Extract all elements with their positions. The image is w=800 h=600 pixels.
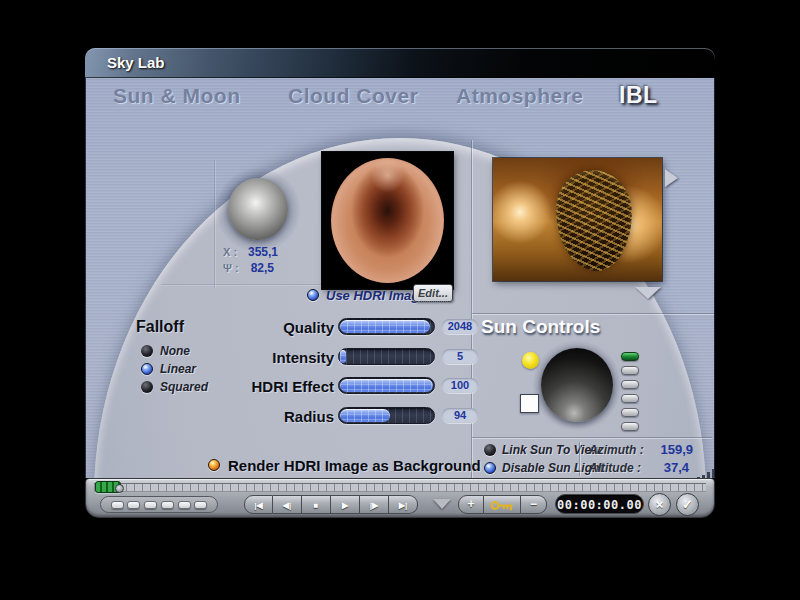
link-sun-radio[interactable] (484, 444, 496, 456)
memory-dot-button[interactable] (194, 501, 207, 509)
go-to-end-button[interactable]: ▶| (389, 495, 418, 514)
memory-dot-button[interactable] (144, 501, 157, 509)
key-button[interactable] (484, 495, 521, 514)
hdri-effect-slider-row: HDRI Effect 100 (204, 377, 479, 395)
use-hdri-label: Use HDRI Image (326, 288, 426, 303)
hdri-probe-sphere (331, 158, 444, 283)
hdri-effect-slider[interactable] (338, 377, 435, 394)
quality-label: Quality (204, 319, 334, 336)
sun-led[interactable] (621, 408, 639, 417)
edit-hdri-button[interactable]: Edit... (413, 284, 453, 302)
memory-dot-button[interactable] (161, 501, 174, 509)
quality-value: 2048 (442, 319, 478, 334)
previous-frame-button[interactable]: ◀| (273, 495, 302, 514)
timeline-ruler[interactable] (94, 483, 706, 492)
render-preview[interactable] (493, 158, 662, 281)
hdri-effect-value: 100 (442, 378, 478, 393)
main-panel: Sun & Moon Cloud Cover Atmosphere IBL X … (85, 78, 715, 478)
tab-ibl[interactable]: IBL (619, 82, 658, 109)
window-title: Sky Lab (107, 48, 165, 78)
tab-cloud-cover[interactable]: Cloud Cover (288, 84, 418, 108)
falloff-squared-label: Squared (160, 380, 208, 394)
radius-value: 94 (442, 408, 478, 423)
ambient-color-swatch[interactable] (520, 394, 539, 413)
resize-grip-icon[interactable] (687, 468, 715, 478)
title-bar[interactable]: Sky Lab (85, 48, 715, 78)
divider-azimuth (579, 442, 580, 476)
sun-led[interactable] (621, 380, 639, 389)
memory-dot-group (100, 496, 218, 513)
sun-controls-title: Sun Controls (481, 316, 600, 338)
falloff-none-radio[interactable] (141, 345, 153, 357)
intensity-slider-row: Intensity 5 (204, 348, 479, 366)
memory-dot-button[interactable] (111, 501, 124, 509)
key-icon (490, 500, 514, 511)
intensity-slider[interactable] (338, 348, 435, 365)
radius-slider[interactable] (338, 407, 435, 424)
delete-keyframe-button[interactable]: − (521, 495, 547, 514)
quality-slider[interactable] (338, 318, 435, 335)
falloff-linear-label: Linear (160, 362, 196, 376)
disable-sun-radio[interactable] (484, 462, 496, 474)
timeline-scrubber[interactable] (95, 481, 121, 493)
go-to-start-button[interactable]: |◀ (244, 495, 273, 514)
hdri-effect-slider-fill (340, 379, 433, 392)
sun-led[interactable] (621, 394, 639, 403)
x-rotation-label: X : (223, 246, 237, 258)
azimuth-value: 159,9 (647, 442, 693, 457)
sky-lab-window: Sky Lab Sun & Moon Cloud Cover Atmospher… (85, 48, 715, 518)
keyframe-button-group: + − (458, 495, 547, 514)
divider-main-vertical (471, 140, 472, 478)
play-button[interactable]: ▶ (331, 495, 360, 514)
sun-position-trackball[interactable] (541, 348, 613, 422)
render-background-radio[interactable] (208, 459, 220, 471)
animation-transport-bar: |◀ ◀| ■ ▶ |▶ ▶| + − 00:00:00.00 × ✓ (85, 478, 715, 518)
preview-expand-arrow[interactable] (635, 287, 661, 299)
memory-dot-button[interactable] (127, 501, 140, 509)
transport-options-arrow[interactable] (433, 499, 451, 509)
use-hdri-radio[interactable] (307, 289, 319, 301)
altitude-value: 37,4 (643, 460, 689, 475)
sun-led[interactable] (621, 422, 639, 431)
azimuth-label: Azimuth : (589, 443, 644, 457)
altitude-label: Altitude : (589, 461, 641, 475)
cancel-button[interactable]: × (648, 493, 671, 516)
preview-next-arrow[interactable] (665, 169, 678, 187)
stop-button[interactable]: ■ (302, 495, 331, 514)
tab-atmosphere[interactable]: Atmosphere (456, 84, 584, 108)
link-sun-label: Link Sun To View (502, 443, 600, 457)
intensity-value: 5 (442, 349, 478, 364)
hdri-orientation-trackball[interactable] (228, 178, 288, 240)
quality-slider-fill (340, 320, 430, 333)
y-rotation-value: 82,5 (234, 261, 274, 275)
confirm-button[interactable]: ✓ (676, 493, 699, 516)
add-keyframe-button[interactable]: + (458, 495, 484, 514)
divider (214, 160, 215, 288)
divider-sun-bottom (472, 437, 712, 438)
divider-sun-top (472, 313, 714, 314)
falloff-none-label: None (160, 344, 190, 358)
render-background-label: Render HDRI Image as Background (228, 457, 481, 474)
preview-object (556, 170, 632, 271)
hdri-probe-thumbnail[interactable] (322, 152, 453, 289)
x-rotation-value: 355,1 (238, 245, 278, 259)
timecode-display: 00:00:00.00 (555, 494, 644, 514)
falloff-linear-radio[interactable] (141, 363, 153, 375)
radius-slider-row: Radius 94 (204, 407, 479, 425)
memory-dot-button[interactable] (178, 501, 191, 509)
next-frame-button[interactable]: |▶ (360, 495, 389, 514)
radius-label: Radius (204, 408, 334, 425)
playback-button-group: |◀ ◀| ■ ▶ |▶ ▶| (244, 495, 418, 514)
sun-led-active[interactable] (621, 352, 639, 361)
falloff-title: Falloff (136, 318, 184, 336)
hdri-effect-label: HDRI Effect (204, 378, 334, 395)
quality-slider-row: Quality 2048 (204, 318, 479, 336)
divider (161, 284, 321, 285)
intensity-label: Intensity (204, 349, 334, 366)
sun-led[interactable] (621, 366, 639, 375)
intensity-slider-fill (340, 350, 346, 363)
falloff-squared-radio[interactable] (141, 381, 153, 393)
tab-sun-moon[interactable]: Sun & Moon (113, 84, 240, 108)
radius-slider-fill (340, 409, 390, 422)
